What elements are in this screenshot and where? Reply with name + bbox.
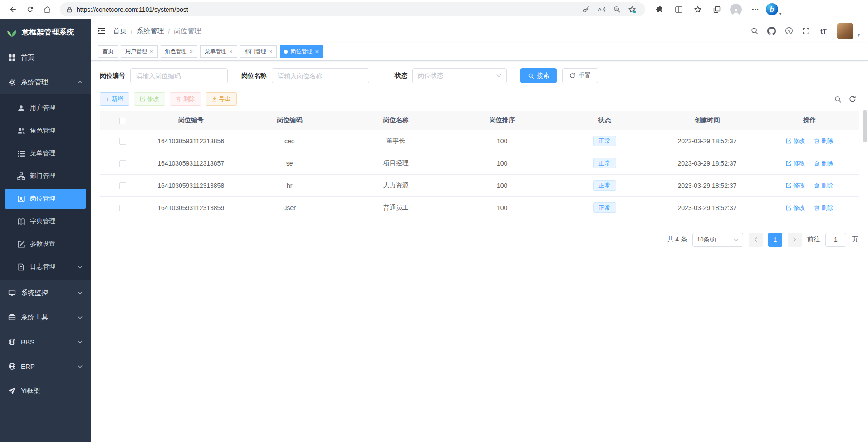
tab-role-management[interactable]: 角色管理 × [161, 45, 198, 58]
leaf-logo-icon [6, 27, 17, 38]
sidebar-item-dictionary[interactable]: 字典管理 [0, 210, 91, 233]
refresh-table-icon[interactable] [849, 95, 856, 103]
breadcrumb-home[interactable]: 首页 [113, 27, 127, 35]
tab-user-management[interactable]: 用户管理 × [121, 45, 158, 58]
chevron-down-icon [78, 365, 83, 368]
address-bar[interactable]: https://ccnetcore.com:1101/system/post A [60, 2, 645, 16]
bing-copilot-icon[interactable]: b [766, 3, 778, 15]
bing-caret-icon[interactable]: ▾ [779, 11, 781, 16]
help-icon[interactable]: ? [781, 23, 797, 39]
tab-home[interactable]: 首页 [98, 45, 118, 58]
sidebar-item-posts[interactable]: 岗位管理 [5, 189, 86, 209]
row-delete-button[interactable]: 删除 [814, 182, 833, 190]
close-icon[interactable]: × [150, 49, 153, 54]
read-aloud-icon[interactable]: A [594, 3, 608, 16]
edit-icon [786, 183, 791, 188]
cell-post-sort: 100 [449, 152, 555, 174]
add-button[interactable]: + 新增 [100, 92, 129, 106]
close-icon[interactable]: × [229, 49, 233, 54]
row-edit-button[interactable]: 修改 [786, 159, 805, 167]
close-icon[interactable]: × [190, 49, 193, 54]
zoom-icon[interactable] [610, 3, 623, 16]
page-size-select[interactable]: 10条/页 [692, 233, 743, 247]
sidebar-item-home[interactable]: 首页 [0, 45, 91, 70]
close-icon[interactable]: × [315, 49, 319, 54]
home-icon[interactable] [39, 2, 55, 17]
font-size-icon[interactable]: tT [816, 23, 831, 39]
sidebar-item-users[interactable]: 用户管理 [0, 97, 91, 119]
sidebar-item-bbs[interactable]: BBS [0, 329, 91, 354]
sidebar-fold-icon[interactable] [97, 26, 106, 35]
sidebar-item-tools[interactable]: 系统工具 [0, 305, 91, 329]
sidebar-item-parameters[interactable]: 参数设置 [0, 233, 91, 255]
cell-post-sort: 100 [449, 130, 555, 152]
post-name-input[interactable] [272, 68, 369, 83]
profile-icon[interactable] [728, 2, 744, 17]
sidebar-item-erp[interactable]: ERP [0, 354, 91, 378]
browser-menu-icon[interactable] [747, 2, 763, 17]
search-button[interactable]: 搜索 [520, 68, 557, 83]
lock-icon [66, 6, 73, 13]
row-checkbox[interactable] [119, 205, 126, 211]
fullscreen-icon[interactable] [799, 23, 814, 39]
filter-form: 岗位编号 岗位名称 状态 岗位状态 搜索 [100, 68, 859, 83]
search-icon[interactable] [747, 23, 762, 39]
row-delete-button[interactable]: 删除 [814, 137, 833, 145]
edit-button[interactable]: 修改 [134, 92, 165, 106]
favorite-star-icon[interactable] [625, 3, 639, 16]
select-all-checkbox[interactable] [119, 118, 126, 124]
sidebar-item-logs[interactable]: 日志管理 [0, 255, 91, 278]
tab-department-management[interactable]: 部门管理 × [240, 45, 277, 58]
row-delete-button[interactable]: 删除 [814, 204, 833, 212]
cell-post-id: 1641030593112313858 [145, 174, 236, 196]
column-header: 状态 [555, 111, 654, 130]
split-screen-icon[interactable] [671, 2, 687, 17]
sidebar-item-label: 系统管理 [21, 78, 48, 87]
tab-label: 首页 [103, 48, 113, 55]
back-icon[interactable] [5, 2, 21, 17]
prev-page-button[interactable] [749, 233, 763, 247]
sidebar-item-system[interactable]: 系统管理 [0, 70, 91, 94]
row-checkbox[interactable] [119, 160, 126, 167]
row-checkbox[interactable] [119, 138, 126, 145]
password-key-icon[interactable] [579, 3, 593, 16]
sidebar-item-departments[interactable]: 部门管理 [0, 165, 91, 187]
sidebar-item-menus[interactable]: 菜单管理 [0, 142, 91, 165]
delete-button[interactable]: 删除 [170, 92, 201, 106]
row-edit-button[interactable]: 修改 [786, 137, 805, 145]
sidebar-item-yi-framework[interactable]: Yi框架 [0, 378, 91, 403]
tab-menu-management[interactable]: 菜单管理 × [200, 45, 237, 58]
sidebar-item-monitor[interactable]: 系统监控 [0, 280, 91, 305]
breadcrumb-system[interactable]: 系统管理 [137, 27, 164, 35]
filter-status: 状态 岗位状态 [395, 68, 507, 83]
goto-page-input[interactable] [825, 233, 846, 247]
row-delete-button[interactable]: 删除 [814, 159, 833, 167]
chevron-down-icon [734, 238, 739, 241]
extensions-icon[interactable] [652, 2, 668, 17]
row-checkbox[interactable] [119, 182, 126, 189]
row-edit-button[interactable]: 修改 [786, 182, 805, 190]
export-button[interactable]: 导出 [206, 92, 237, 106]
browser-toolbar-right: b ▾ [652, 2, 782, 17]
github-icon[interactable] [764, 23, 780, 39]
page-number-button[interactable]: 1 [768, 233, 782, 247]
collections-icon[interactable] [709, 2, 725, 17]
list-icon [17, 150, 25, 157]
sidebar-item-roles[interactable]: 角色管理 [0, 119, 91, 142]
tab-post-management[interactable]: 岗位管理 × [280, 45, 323, 58]
reset-button[interactable]: 重置 [562, 68, 598, 83]
row-edit-button[interactable]: 修改 [786, 204, 805, 212]
chevron-down-icon [78, 291, 83, 295]
favorites-bar-icon[interactable] [690, 2, 706, 17]
refresh-icon[interactable] [22, 2, 38, 17]
close-icon[interactable]: × [269, 49, 273, 54]
scrollbar-thumb[interactable] [863, 110, 867, 142]
svg-text:A: A [598, 7, 601, 12]
next-page-button[interactable] [788, 233, 802, 247]
avatar[interactable] [837, 23, 853, 39]
avatar-caret-icon[interactable]: ▾ [858, 33, 860, 38]
status-select[interactable]: 岗位状态 [412, 68, 507, 83]
search-toggle-icon[interactable] [834, 95, 842, 103]
post-code-input[interactable] [130, 68, 228, 83]
url-text[interactable]: https://ccnetcore.com:1101/system/post [77, 6, 575, 13]
